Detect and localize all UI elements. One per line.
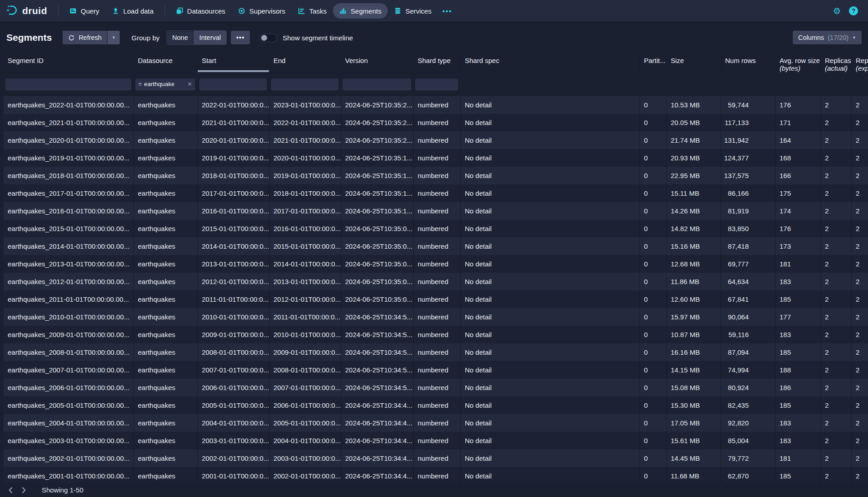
table-row[interactable]: earthquakes_2009-01-01T00:00:00.00...ear…	[4, 326, 868, 343]
table-row[interactable]: earthquakes_2016-01-01T00:00:00.00...ear…	[4, 202, 868, 220]
column-header-shard-spec[interactable]: Shard spec	[461, 53, 640, 72]
table-row[interactable]: earthquakes_2018-01-01T00:00:00.00...ear…	[4, 167, 868, 184]
nav-more-button[interactable]: •••	[438, 7, 457, 15]
column-header-partition[interactable]: Partit...	[640, 53, 667, 72]
table-row[interactable]: earthquakes_2001-01-01T00:00:00.00...ear…	[4, 467, 868, 485]
cell-partition: 0	[640, 379, 667, 396]
cell-avg-row-size: 171	[775, 114, 821, 131]
table-row[interactable]: earthquakes_2012-01-01T00:00:00.00...ear…	[4, 273, 868, 290]
filter-equals-icon: =	[138, 81, 142, 87]
column-label: Replication factor	[856, 57, 868, 64]
table-row[interactable]: earthquakes_2006-01-01T00:00:00.00...ear…	[4, 379, 868, 396]
filter-cell-shard-type	[414, 72, 461, 96]
cell-end: 2005-01-01T00:00:0...	[269, 414, 341, 432]
column-header-version[interactable]: Version	[341, 53, 414, 72]
switch-track	[260, 34, 277, 42]
cell-datasource: earthquakes	[134, 184, 198, 202]
druid-logo[interactable]: druid	[0, 4, 54, 18]
table-row[interactable]: earthquakes_2021-01-01T00:00:00.00...ear…	[4, 114, 868, 131]
table-row[interactable]: earthquakes_2003-01-01T00:00:00.00...ear…	[4, 432, 868, 449]
filter-input-shard-type[interactable]	[415, 78, 458, 90]
page-title: Segments	[6, 32, 52, 43]
nav-item-supervisors[interactable]: Supervisors	[232, 3, 292, 19]
filter-cell-replication-factor	[852, 72, 868, 96]
refresh-button[interactable]: Refresh	[63, 31, 107, 44]
cell-start: 2020-01-01T00:00:0...	[198, 131, 269, 149]
cell-id: earthquakes_2019-01-01T00:00:00.00...	[4, 149, 134, 167]
filter-input-datasource[interactable]: =earthquakes✕	[136, 78, 195, 90]
filter-input-version[interactable]	[343, 78, 411, 90]
cell-replicas: 2	[821, 184, 852, 202]
column-header-datasource[interactable]: Datasource	[134, 53, 198, 72]
cell-size: 16.16 MB	[667, 343, 721, 361]
filter-tag-remove-icon[interactable]: ✕	[187, 81, 192, 87]
cell-shard-spec: No detail	[461, 326, 640, 343]
cell-partition: 0	[640, 255, 667, 273]
column-label: Segment ID	[8, 57, 44, 64]
column-header-replication-factor[interactable]: Replication factor(expected)	[852, 53, 868, 72]
nav-item-tasks[interactable]: Tasks	[292, 3, 333, 19]
table-row[interactable]: earthquakes_2005-01-01T00:00:00.00...ear…	[4, 396, 868, 414]
column-header-shard-type[interactable]: Shard type	[414, 53, 461, 72]
cell-version: 2024-06-25T10:35:0...	[341, 237, 414, 255]
filter-input-end[interactable]	[271, 78, 338, 90]
filter-input-start[interactable]	[200, 78, 267, 90]
column-header-replicas[interactable]: Replicas(actual)	[821, 53, 852, 72]
filter-input-segment-id[interactable]	[5, 78, 131, 90]
column-header-num-rows[interactable]: Num rows	[721, 53, 775, 72]
settings-gear-icon[interactable]: ⚙	[833, 7, 841, 15]
cell-version: 2024-06-25T10:34:4...	[341, 414, 414, 432]
cell-end: 2009-01-01T00:00:0...	[269, 343, 341, 361]
cell-size: 21.74 MB	[667, 131, 721, 149]
table-row[interactable]: earthquakes_2017-01-01T00:00:00.00...ear…	[4, 184, 868, 202]
table-row[interactable]: earthquakes_2020-01-01T00:00:00.00...ear…	[4, 131, 868, 149]
table-row[interactable]: earthquakes_2022-01-01T00:00:00.00...ear…	[4, 96, 868, 114]
nav-item-load-data[interactable]: Load data	[106, 3, 160, 19]
show-segment-timeline-switch[interactable]: Show segment timeline	[260, 34, 353, 42]
column-header-size[interactable]: Size	[667, 53, 721, 72]
cell-id: earthquakes_2016-01-01T00:00:00.00...	[4, 202, 134, 220]
help-icon[interactable]: ?	[849, 6, 858, 15]
cell-datasource: earthquakes	[134, 255, 198, 273]
table-row[interactable]: earthquakes_2010-01-01T00:00:00.00...ear…	[4, 308, 868, 326]
cell-replication-factor: 2	[852, 167, 868, 184]
cell-shard-type: numbered	[414, 326, 461, 343]
pagination-prev-button[interactable]	[5, 484, 17, 496]
nav-item-datasources[interactable]: Datasources	[170, 3, 232, 19]
column-header-avg-row-size[interactable]: Avg. row size(bytes)	[775, 53, 821, 72]
nav-item-segments[interactable]: Segments	[333, 3, 388, 19]
nav-item-query[interactable]: Query	[63, 3, 106, 19]
cell-avg-row-size: 188	[775, 361, 821, 379]
table-row[interactable]: earthquakes_2004-01-01T00:00:00.00...ear…	[4, 414, 868, 432]
cell-avg-row-size: 164	[775, 131, 821, 149]
column-header-end[interactable]: End	[269, 53, 341, 72]
cell-shard-type: numbered	[414, 255, 461, 273]
table-row[interactable]: earthquakes_2008-01-01T00:00:00.00...ear…	[4, 343, 868, 361]
cell-start: 2012-01-01T00:00:0...	[198, 273, 269, 290]
table-row[interactable]: earthquakes_2013-01-01T00:00:00.00...ear…	[4, 255, 868, 273]
tasks-icon	[298, 7, 305, 14]
cell-end: 2013-01-01T00:00:0...	[269, 273, 341, 290]
column-header-id[interactable]: Segment ID	[4, 53, 134, 72]
refresh-caret-button[interactable]: ▼	[107, 31, 120, 44]
header-more-button[interactable]: •••	[231, 31, 250, 44]
table-row[interactable]: earthquakes_2019-01-01T00:00:00.00...ear…	[4, 149, 868, 167]
pagination-next-button[interactable]	[17, 484, 30, 496]
group-by-option-interval[interactable]: Interval	[193, 31, 226, 44]
cell-version: 2024-06-25T10:35:2...	[341, 131, 414, 149]
nav-item-services[interactable]: Services	[388, 3, 438, 19]
cell-end: 2014-01-01T00:00:0...	[269, 255, 341, 273]
chevron-down-icon: ▼	[112, 35, 116, 40]
table-row[interactable]: earthquakes_2002-01-01T00:00:00.00...ear…	[4, 449, 868, 467]
cell-id: earthquakes_2022-01-01T00:00:00.00...	[4, 96, 134, 114]
table-row[interactable]: earthquakes_2007-01-01T00:00:00.00...ear…	[4, 361, 868, 379]
top-navbar: druid QueryLoad dataDatasourcesSuperviso…	[0, 0, 868, 22]
group-by-option-none[interactable]: None	[167, 31, 194, 44]
table-row[interactable]: earthquakes_2014-01-01T00:00:00.00...ear…	[4, 237, 868, 255]
column-header-start[interactable]: Start	[198, 53, 269, 72]
columns-button[interactable]: Columns (17/20) ▼	[793, 31, 862, 44]
filter-cell-end	[269, 72, 341, 96]
table-row[interactable]: earthquakes_2015-01-01T00:00:00.00...ear…	[4, 220, 868, 237]
cell-version: 2024-06-25T10:35:1...	[341, 149, 414, 167]
table-row[interactable]: earthquakes_2011-01-01T00:00:00.00...ear…	[4, 290, 868, 308]
